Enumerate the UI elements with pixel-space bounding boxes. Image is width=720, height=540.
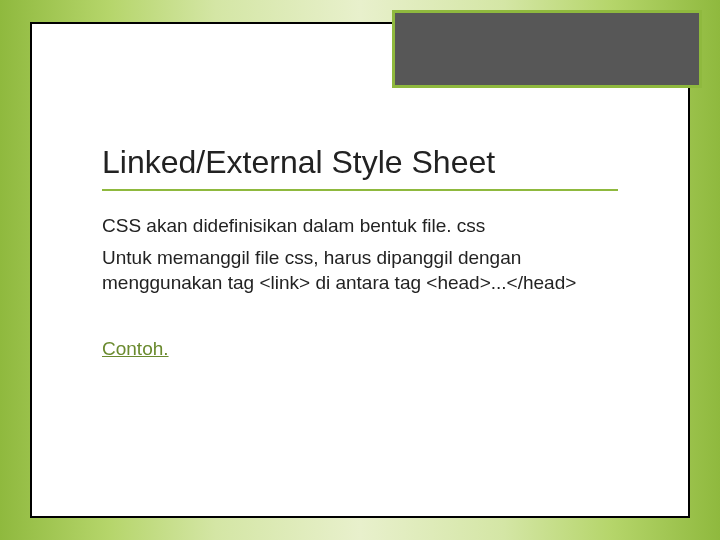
- body-paragraph-1: CSS akan didefinisikan dalam bentuk file…: [102, 213, 618, 239]
- decorative-corner-box: [392, 10, 702, 88]
- slide-title: Linked/External Style Sheet: [102, 144, 618, 181]
- slide-content: Linked/External Style Sheet CSS akan did…: [102, 144, 618, 360]
- example-link[interactable]: Contoh.: [102, 338, 169, 360]
- slide-frame: Linked/External Style Sheet CSS akan did…: [30, 22, 690, 518]
- body-paragraph-2: Untuk memanggil file css, harus dipanggi…: [102, 245, 618, 296]
- title-underline: [102, 189, 618, 191]
